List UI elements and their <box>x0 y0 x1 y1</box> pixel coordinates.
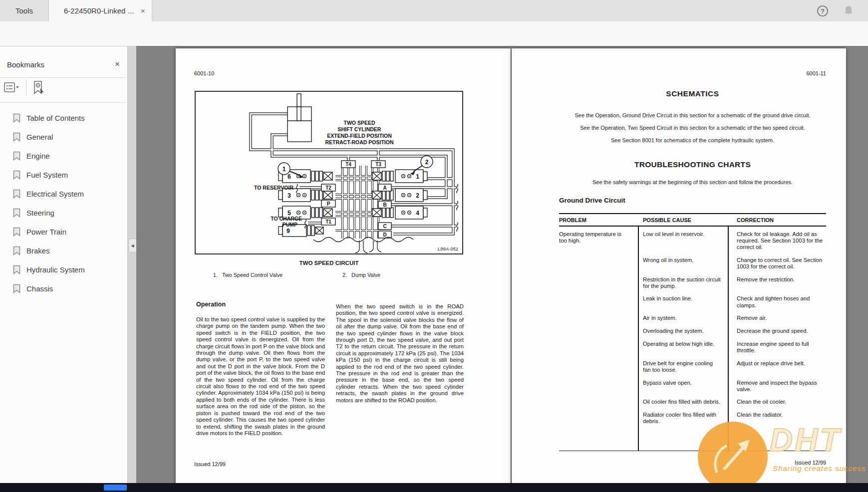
bookmark-flag-icon <box>13 113 20 123</box>
bookmark-flag-icon <box>13 265 20 274</box>
svg-text:9: 9 <box>287 228 290 235</box>
cell-correction: Check for oil leakage. Add oil as requir… <box>728 231 826 251</box>
legend-item: 2. Dump Valve <box>342 272 380 278</box>
bookmark-item[interactable]: Electrical System <box>0 184 128 203</box>
cell-cause: Bypass valve open. <box>638 380 728 393</box>
schematics-line: See the Operation, Ground Drive Circuit … <box>534 109 851 122</box>
bookmark-flag-icon <box>13 189 20 199</box>
bookmark-flag-icon <box>13 284 20 293</box>
svg-text:1: 1 <box>283 166 286 173</box>
bookmark-item-label: Steering <box>26 209 54 217</box>
cylinder-label-line3: EXTEND-FIELD POSITION <box>327 133 392 139</box>
watermark-logo-circle <box>698 422 768 483</box>
operation-column-2: When the two speed switch is in the ROAD… <box>336 303 464 404</box>
bookmarks-panel-title: Bookmarks <box>7 60 44 69</box>
table-row: Air in system. Remove air. <box>559 315 826 321</box>
svg-text:1: 1 <box>416 173 419 180</box>
schematics-line: See the Operation, Two Speed Circuit in … <box>534 122 851 134</box>
bookmark-flag-icon <box>13 132 20 142</box>
operation-column-1: Oil to the two speed control valve is su… <box>196 316 325 437</box>
cell-correction: Decrease the ground speed. <box>728 328 826 334</box>
svg-text:4: 4 <box>416 210 419 217</box>
footer-left: Issued 12/99 <box>194 461 226 467</box>
figure-legend: 1. Two Speed Control Valve 2. Dump Valve <box>213 272 463 278</box>
cell-correction: Remove and inspect the bypass valve. <box>728 380 826 393</box>
column-header-correction: CORRECTION <box>728 217 826 223</box>
svg-text:6: 6 <box>288 173 291 180</box>
cell-cause: Air in system. <box>638 315 728 321</box>
bookmark-options-icon[interactable] <box>4 81 19 94</box>
bookmark-flag-icon <box>13 170 20 180</box>
table-row: Overloading the system. Decrease the gro… <box>559 328 826 334</box>
cell-problem <box>559 257 638 270</box>
bookmark-flag-icon <box>13 208 20 218</box>
bookmark-item[interactable]: Brakes <box>0 241 128 260</box>
close-panel-icon[interactable]: × <box>115 59 120 69</box>
page-number-left: 6001-10 <box>194 70 214 76</box>
to-charge-pump-label-2: PUMP <box>283 222 297 228</box>
bookmark-item[interactable]: Table of Contents <box>0 108 128 127</box>
horizontal-scrollbar[interactable] <box>0 483 868 492</box>
bookmark-item[interactable]: Engine <box>0 146 128 165</box>
schematics-lines: See the Operation, Ground Drive Circuit … <box>534 109 851 147</box>
panel-splitter[interactable] <box>128 46 136 484</box>
cell-cause: Drive belt for engine cooling fan too lo… <box>638 360 728 373</box>
bookmark-item-label: Chassis <box>26 284 53 293</box>
page-right: 6001-11 SCHEMATICS See the Operation, Gr… <box>512 48 846 483</box>
table-row: Leak in suction line. Check and tighten … <box>559 295 826 308</box>
valve-cartridges-right: 1 2 4 <box>372 170 427 219</box>
bookmark-item-label: General <box>26 133 53 141</box>
table-body: Operating temperature is too high. Low o… <box>559 227 826 451</box>
legend-item: 1. Two Speed Control Valve <box>213 272 283 278</box>
tab-tools[interactable]: Tools <box>0 0 48 21</box>
notification-bell-icon[interactable] <box>843 4 855 16</box>
main-toolbar: / 794 <box>0 21 868 46</box>
bookmark-flag-icon <box>13 227 20 237</box>
cell-problem: Operating temperature is too high. <box>559 231 638 251</box>
table-column-divider <box>728 227 729 451</box>
troubleshooting-table: PROBLEM POSSIBLE CAUSE CORRECTION Operat… <box>559 213 826 451</box>
help-icon[interactable]: ? <box>817 5 829 17</box>
table-row: Oil cooler fins filled with debris. Clea… <box>559 399 826 405</box>
table-row: Operating temperature is too high. Low o… <box>559 231 826 251</box>
table-row: Restriction in the suction circuit for t… <box>559 276 826 289</box>
cell-cause: Restriction in the suction circuit for t… <box>638 276 728 289</box>
bookmark-item[interactable]: General <box>0 127 128 146</box>
cell-problem <box>559 341 638 354</box>
bookmark-item-label: Brakes <box>26 246 50 255</box>
troubleshooting-note: See the safety warnings at the beginning… <box>534 179 851 185</box>
bookmark-item[interactable]: Fuel System <box>0 165 128 184</box>
table-row: Drive belt for engine cooling fan too lo… <box>559 360 826 373</box>
bookmark-item-label: Table of Contents <box>26 114 85 122</box>
page-number-right: 6001-11 <box>559 70 826 76</box>
document-canvas[interactable]: 6001-10 <box>136 46 868 483</box>
svg-text:B: B <box>383 202 386 208</box>
column-header-problem: PROBLEM <box>559 217 638 223</box>
svg-text:3: 3 <box>288 192 291 199</box>
svg-text:2: 2 <box>425 159 429 166</box>
close-tab-icon[interactable]: × <box>141 6 145 15</box>
schematics-title: SCHEMATICS <box>559 89 826 98</box>
footer-right: Issued 12/99 <box>559 460 826 466</box>
bookmark-item[interactable]: Hydraulic System <box>0 260 128 279</box>
tab-document[interactable]: 6-22450R0-Linked ... × <box>48 0 152 21</box>
bookmark-item[interactable]: Steering <box>0 203 128 222</box>
cell-cause: Wrong oil in system. <box>638 257 728 270</box>
collapse-panel-icon[interactable]: ◀ <box>128 239 137 252</box>
bookmark-item[interactable]: Chassis <box>0 279 128 298</box>
bookmark-settings-icon[interactable] <box>32 80 46 95</box>
cylinder-label-line2: SHIFT CYLINDER <box>338 126 381 132</box>
bookmark-item[interactable]: Power Train <box>0 222 128 241</box>
horizontal-scrollbar-thumb[interactable] <box>104 485 127 491</box>
cell-problem <box>559 276 638 289</box>
svg-text:T2: T2 <box>325 185 331 191</box>
table-row: Operating at below high idle. Increase e… <box>559 341 826 354</box>
svg-text:?: ? <box>821 7 825 15</box>
table-row: Bypass valve open. Remove and inspect th… <box>559 380 826 393</box>
table-row: Wrong oil in system. Change to correct o… <box>559 257 826 270</box>
document-tab-title: 6-22450R0-Linked ... <box>64 6 134 15</box>
cell-correction: Increase engine speed to full throttle. <box>728 341 826 354</box>
page-left: 6001-10 <box>176 48 511 483</box>
cylinder-label-line1: TWO SPEED <box>343 120 375 126</box>
cell-correction: Remove air. <box>728 315 826 321</box>
